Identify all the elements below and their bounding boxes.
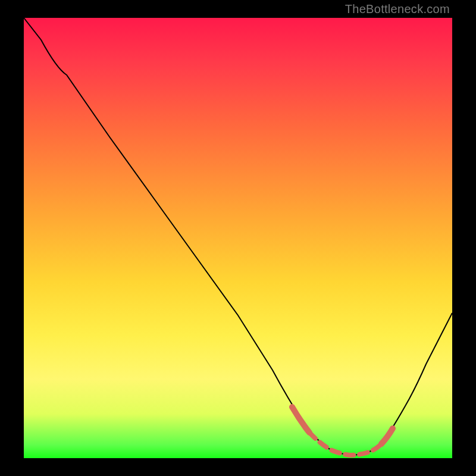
optimal-zone-highlight-end2 [381,428,393,444]
plot-area [24,18,452,458]
curve-svg [24,18,452,458]
bottleneck-curve [24,18,452,455]
chart-frame: TheBottleneck.com [0,0,476,476]
optimal-zone-highlight-ends [292,407,309,433]
watermark-text: TheBottleneck.com [345,2,450,16]
